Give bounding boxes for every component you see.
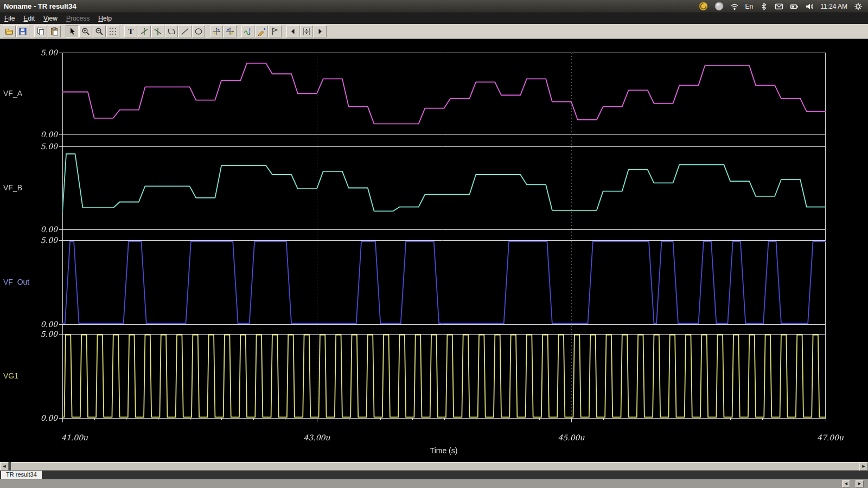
menu-process[interactable]: Process [62, 14, 94, 23]
line-icon [181, 27, 189, 36]
gear-icon [854, 2, 863, 11]
sphere-icon [714, 2, 724, 11]
scroll-left-button[interactable]: ◀ [0, 462, 9, 471]
toolbar-separator [120, 24, 124, 38]
line-tool-button[interactable] [178, 25, 192, 37]
cursor-b-tool-button[interactable] [151, 25, 164, 37]
tab-bar: TR result34 [0, 471, 868, 479]
axis-cursor-a-button[interactable] [210, 25, 223, 37]
toolbar-separator [30, 24, 34, 38]
cursor-a-tool-button[interactable] [138, 25, 151, 37]
xtick-45u: 45.00u [558, 433, 584, 442]
system-tray: En 11:24 AM [699, 2, 868, 11]
flag-icon [271, 27, 279, 36]
waveform-canvas[interactable] [0, 39, 868, 462]
scroll-right-button[interactable]: ▶ [859, 462, 868, 471]
trace-label-vf-a: VF_A [3, 89, 22, 98]
toolbar-separator [237, 24, 241, 38]
zoom-out-button[interactable] [93, 25, 106, 37]
battery-icon [790, 2, 799, 11]
pencil-plus-icon [257, 27, 266, 36]
trace-cursor-a-icon [140, 27, 149, 36]
clock[interactable]: 11:24 AM [820, 3, 847, 10]
xtick-41u: 41.00u [61, 433, 88, 442]
axis-cursor-b-button[interactable] [224, 25, 237, 37]
xtick-47u: 47.00u [817, 433, 844, 442]
x-axis-title: Time (s) [430, 446, 458, 455]
keyboard-indicator[interactable]: En [745, 3, 754, 10]
grid-toggle-button[interactable] [106, 25, 119, 37]
draw-tool-button[interactable] [255, 25, 268, 37]
menu-view[interactable]: View [39, 14, 62, 23]
page-spinner[interactable] [300, 25, 313, 37]
paste-icon [50, 27, 59, 36]
toolbar-separator [61, 24, 65, 38]
callout-icon [167, 27, 176, 36]
yaxis-p1-min: 0.00 [33, 130, 58, 139]
yaxis-p3-min: 0.00 [33, 320, 58, 329]
ellipse-tool-button[interactable] [192, 25, 205, 37]
trace-label-vf-b: VF_B [3, 183, 22, 192]
waveform-cursor-button[interactable] [241, 25, 254, 37]
volume-indicator[interactable] [805, 2, 814, 11]
yaxis-p4-max: 5.00 [33, 330, 58, 338]
arrow-cursor-icon [68, 27, 76, 36]
battery-indicator[interactable] [790, 2, 799, 11]
copy-button[interactable] [34, 25, 47, 37]
yaxis-p2-max: 5.00 [33, 142, 58, 151]
tab-scroll-left-button[interactable]: ◀ [842, 480, 850, 487]
app-indicator-2-icon[interactable] [714, 2, 724, 11]
right-arrow-icon: ▶ [862, 464, 865, 468]
marker-tool-button[interactable] [269, 25, 282, 37]
session-menu[interactable] [854, 2, 863, 11]
paste-button[interactable] [48, 25, 61, 37]
system-panel: Noname - TR result34 En [0, 0, 868, 13]
left-arrow-icon: ◀ [845, 481, 847, 486]
forward-arrow-icon [316, 27, 324, 36]
toolbar: T [0, 24, 868, 39]
spinner-icon [302, 27, 311, 36]
scrollbar-track[interactable] [9, 462, 859, 471]
menu-file[interactable]: File [0, 14, 19, 23]
tab-scroll-right-button[interactable]: ▶ [856, 480, 864, 487]
menu-help[interactable]: Help [94, 14, 116, 23]
menu-edit[interactable]: Edit [19, 14, 39, 23]
yaxis-p1-max: 5.00 [33, 48, 58, 57]
open-button[interactable] [3, 25, 16, 37]
prev-page-button[interactable] [286, 25, 299, 37]
open-folder-icon [5, 27, 14, 36]
trace-cursor-b-icon [154, 27, 162, 36]
yaxis-p4-min: 0.00 [33, 414, 58, 422]
ellipse-icon [194, 27, 203, 36]
tab-tr-result34[interactable]: TR result34 [1, 471, 42, 479]
bluetooth-icon [760, 2, 768, 11]
zoom-out-icon [95, 27, 104, 36]
mail-indicator[interactable] [775, 2, 783, 11]
text-icon: T [126, 27, 135, 36]
network-indicator[interactable] [730, 2, 739, 11]
toolbar-separator [282, 24, 286, 38]
bottom-frame: ◀ ▶ [0, 479, 868, 488]
grid-icon [108, 27, 117, 36]
callout-tool-button[interactable] [165, 25, 178, 37]
trace-label-vf-out: VF_Out [3, 278, 29, 286]
left-arrow-icon: ◀ [3, 464, 5, 468]
horizontal-scrollbar: ◀ ▶ [0, 462, 868, 471]
save-button[interactable] [16, 25, 29, 37]
zoom-in-icon [81, 27, 90, 36]
zoom-in-button[interactable] [79, 25, 92, 37]
yaxis-p2-min: 0.00 [33, 225, 58, 234]
yaxis-p3-max: 5.00 [33, 236, 58, 245]
scrollbar-thumb[interactable] [11, 462, 859, 471]
select-cursor-button[interactable] [66, 25, 79, 37]
floppy-icon [18, 27, 27, 36]
speaker-icon [805, 2, 814, 11]
toolbar-separator [206, 24, 209, 38]
next-page-button[interactable] [314, 25, 327, 37]
swirl-icon [699, 2, 708, 11]
bluetooth-indicator[interactable] [760, 2, 768, 11]
text-tool-button[interactable]: T [124, 25, 137, 37]
mail-icon [775, 2, 783, 11]
plot-area: VF_A VF_B VF_Out VG1 5.00 0.00 5.00 0.00… [0, 39, 868, 462]
app-indicator-icon[interactable] [699, 2, 708, 11]
